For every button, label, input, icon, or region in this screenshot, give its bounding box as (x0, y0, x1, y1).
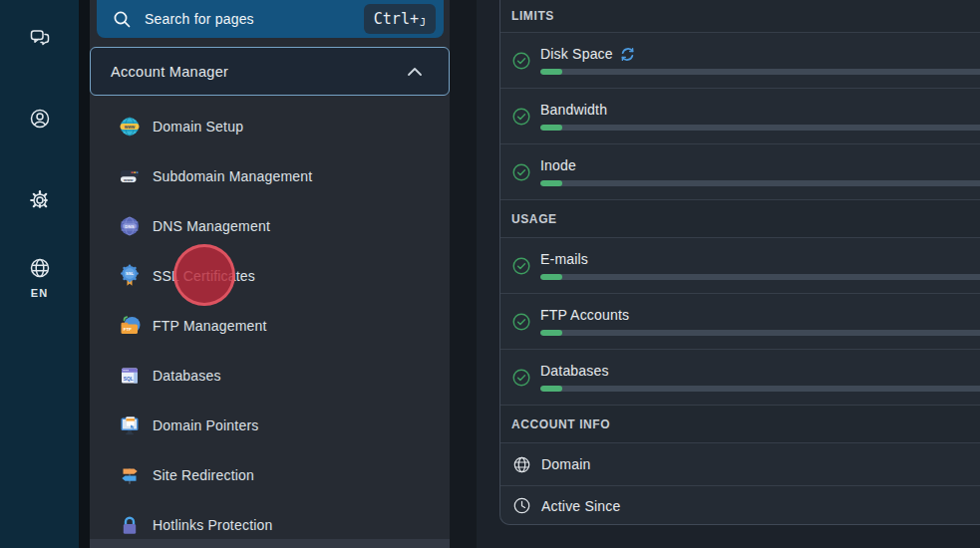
row-ftp-accounts[interactable]: FTP Accounts (500, 294, 980, 350)
row-label: Disk Space (540, 46, 613, 62)
sidebar-item-domain-setup[interactable]: www Domain Setup (90, 102, 450, 151)
sidebar-item-label: Site Redirection (153, 467, 254, 483)
sidebar-item-dns-management[interactable]: DNS DNS Management (90, 201, 450, 251)
globe-icon (513, 456, 530, 473)
search-placeholder: Search for pages (145, 11, 364, 27)
row-label: Active Since (541, 498, 620, 514)
section-header-usage: USAGE (500, 200, 980, 238)
monitor-icon (118, 413, 142, 437)
row-label: Domain (541, 456, 590, 472)
ftp-accounts-progress-bar (540, 330, 980, 336)
sidebar-bottom-strip (90, 539, 450, 548)
row-label: Bandwidth (540, 102, 607, 118)
sidebar-item-label: DNS Management (153, 218, 270, 234)
clock-icon (513, 497, 530, 514)
section-header-account-info: ACCOUNT INFO (500, 406, 980, 443)
check-circle-icon (512, 313, 530, 331)
row-databases[interactable]: Databases (500, 350, 980, 406)
sidebar-item-label: Domain Setup (153, 119, 243, 135)
section-header-limits: LIMITS (500, 0, 980, 33)
search-input[interactable]: Search for pages Ctrl+J (97, 0, 444, 38)
account-icon[interactable] (28, 107, 52, 131)
padlock-icon (118, 513, 142, 537)
progress-fill (540, 69, 562, 75)
sidebar-item-label: Hotlinks Protection (153, 517, 273, 533)
search-shortcut-badge: Ctrl+J (364, 4, 436, 34)
globe-dns-icon: DNS (118, 214, 142, 238)
emails-progress-bar (540, 274, 980, 280)
check-circle-icon (512, 369, 530, 387)
row-active-since[interactable]: Active Since (500, 486, 980, 525)
row-label: FTP Accounts (540, 307, 629, 323)
section-label: Account Manager (111, 64, 228, 80)
progress-fill (540, 274, 562, 280)
progress-fill (540, 125, 562, 131)
sidebar-item-label: Databases (153, 368, 221, 384)
row-label: E-mails (540, 251, 588, 267)
progress-fill (540, 386, 562, 392)
search-icon (113, 10, 132, 29)
row-label: Databases (540, 363, 609, 379)
settings-icon[interactable] (28, 188, 52, 212)
content-gap (450, 0, 477, 548)
signpost-icon (118, 463, 142, 487)
messages-icon[interactable] (28, 26, 52, 50)
sidebar-item-databases[interactable]: SQL Databases (90, 351, 450, 401)
sidebar-item-label: Domain Pointers (153, 417, 259, 433)
svg-text:www: www (123, 177, 134, 182)
row-disk-space[interactable]: Disk Space (500, 33, 980, 89)
svg-text:SSL: SSL (126, 271, 135, 276)
inode-progress-bar (540, 180, 980, 186)
sql-window-icon: SQL (118, 364, 142, 388)
row-domain[interactable]: Domain (500, 443, 980, 486)
progress-fill (540, 180, 562, 186)
row-emails[interactable]: E-mails (500, 238, 980, 294)
section-account-manager[interactable]: Account Manager (90, 47, 450, 96)
bandwidth-progress-bar (540, 125, 980, 131)
row-bandwidth[interactable]: Bandwidth (500, 89, 980, 144)
check-circle-icon (512, 108, 530, 126)
sidebar-item-ssl-certificates[interactable]: SSL SSL Certificates (90, 251, 450, 301)
row-label: Inode (540, 157, 576, 173)
databases-progress-bar (540, 386, 980, 392)
sidebar-item-label: SSL Certificates (153, 268, 255, 284)
sidebar-item-label: Subdomain Management (153, 168, 312, 184)
refresh-icon[interactable] (620, 47, 635, 62)
language-icon[interactable] (28, 256, 52, 280)
sidebar: Search for pages Ctrl+J Account Manager … (90, 0, 450, 548)
sidebar-item-subdomain-management[interactable]: www Subdomain Management (90, 151, 450, 201)
row-inode[interactable]: Inode (500, 144, 980, 200)
browser-www-icon: www (118, 164, 142, 188)
rail-divider (79, 0, 90, 548)
ftp-folder-icon: FTP (118, 314, 142, 338)
svg-text:www: www (124, 125, 136, 130)
check-circle-icon (512, 257, 530, 275)
globe-www-icon: www (118, 115, 142, 138)
sidebar-item-domain-pointers[interactable]: Domain Pointers (90, 401, 450, 450)
sidebar-item-ftp-management[interactable]: FTP FTP Management (90, 301, 450, 351)
svg-text:FTP: FTP (124, 327, 132, 332)
progress-fill (540, 330, 562, 336)
sidebar-item-site-redirection[interactable]: Site Redirection (90, 450, 450, 500)
disk-space-progress-bar (540, 69, 980, 75)
language-label[interactable]: EN (0, 287, 79, 299)
check-circle-icon (512, 163, 530, 181)
ssl-badge-icon: SSL (118, 264, 142, 288)
sidebar-menu: www Domain Setup www Subdomain Managemen… (90, 102, 450, 548)
svg-text:DNS: DNS (125, 224, 134, 229)
svg-text:SQL: SQL (124, 377, 134, 382)
chevron-up-icon (407, 67, 423, 77)
sidebar-item-label: FTP Management (153, 318, 267, 334)
dashboard-card: LIMITS Disk Space (499, 0, 980, 525)
icon-rail: EN (0, 0, 79, 548)
check-circle-icon (512, 52, 530, 70)
